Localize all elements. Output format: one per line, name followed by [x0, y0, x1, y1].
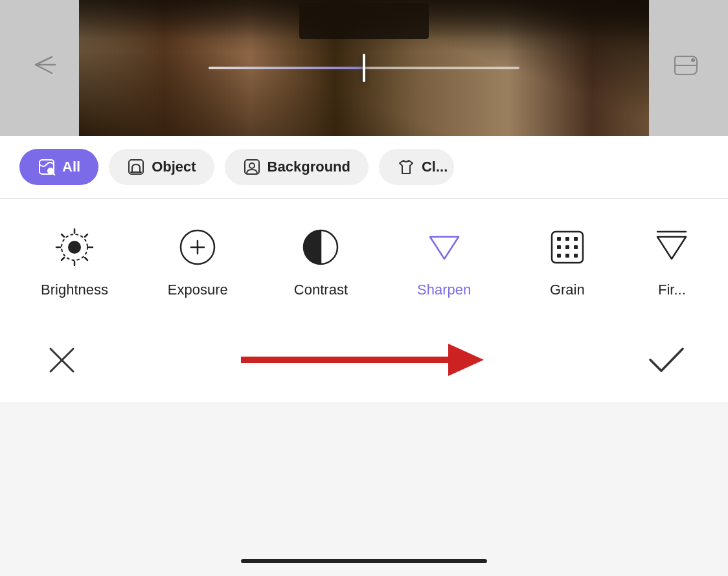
tab-all[interactable]: All — [19, 149, 98, 185]
svg-rect-27 — [574, 237, 578, 241]
tab-clothing-label: Cl... — [422, 159, 448, 175]
left-panel — [0, 0, 79, 136]
contrast-label: Contrast — [294, 282, 348, 298]
back-button[interactable] — [26, 52, 65, 78]
tool-brightness[interactable]: Brightness — [13, 225, 136, 298]
tab-all-label: All — [62, 159, 80, 175]
painting-canvas — [79, 0, 649, 136]
svg-rect-30 — [574, 245, 578, 249]
svg-line-15 — [62, 234, 64, 237]
sharpen-label: Sharpen — [417, 282, 471, 298]
slider-fill — [209, 67, 364, 69]
svg-point-0 — [691, 58, 695, 62]
svg-line-18 — [62, 258, 64, 260]
firmness-icon — [649, 225, 694, 270]
brightness-icon — [52, 225, 97, 270]
tab-background[interactable]: Background — [225, 149, 369, 185]
tab-clothing[interactable]: Cl... — [379, 149, 454, 185]
tool-contrast[interactable]: Contrast — [259, 225, 382, 298]
tab-background-label: Background — [267, 159, 350, 175]
eraser-button[interactable] — [670, 52, 702, 78]
contrast-icon — [298, 225, 343, 270]
tab-object[interactable]: Object — [109, 149, 214, 185]
action-row — [0, 318, 728, 402]
svg-rect-32 — [565, 254, 569, 258]
svg-rect-28 — [557, 245, 561, 249]
slider-thumb[interactable] — [363, 54, 365, 82]
svg-rect-25 — [557, 237, 561, 241]
svg-rect-33 — [574, 254, 578, 258]
svg-point-9 — [68, 241, 81, 254]
adjustment-tools: Brightness Exposure Contrast — [0, 199, 728, 318]
brightness-label: Brightness — [41, 282, 108, 298]
svg-rect-29 — [565, 245, 569, 249]
tool-grain[interactable]: Grain — [506, 225, 629, 298]
firmness-label: Fir... — [658, 282, 686, 298]
svg-rect-31 — [557, 254, 561, 258]
direction-arrow — [241, 340, 487, 379]
right-panel — [649, 0, 728, 136]
svg-rect-26 — [565, 237, 569, 241]
tool-sharpen[interactable]: Sharpen — [383, 225, 506, 298]
exposure-icon — [175, 225, 220, 270]
sharpen-icon — [422, 225, 467, 270]
svg-marker-38 — [448, 344, 484, 376]
grain-icon — [545, 225, 590, 270]
svg-line-16 — [85, 258, 87, 260]
cancel-button[interactable] — [39, 337, 84, 382]
image-section — [0, 0, 728, 136]
exposure-label: Exposure — [168, 282, 228, 298]
svg-line-17 — [85, 234, 87, 237]
brightness-slider[interactable] — [209, 67, 519, 69]
slider-track[interactable] — [209, 67, 519, 69]
svg-point-8 — [249, 163, 255, 168]
tool-firmness[interactable]: Fir... — [629, 225, 715, 298]
confirm-button[interactable] — [644, 337, 689, 382]
tool-exposure[interactable]: Exposure — [136, 225, 259, 298]
filter-tabs-row: All Object Background Cl... — [0, 136, 728, 199]
tab-object-label: Object — [152, 159, 196, 175]
grain-label: Grain — [550, 282, 585, 298]
home-bar — [241, 559, 487, 563]
